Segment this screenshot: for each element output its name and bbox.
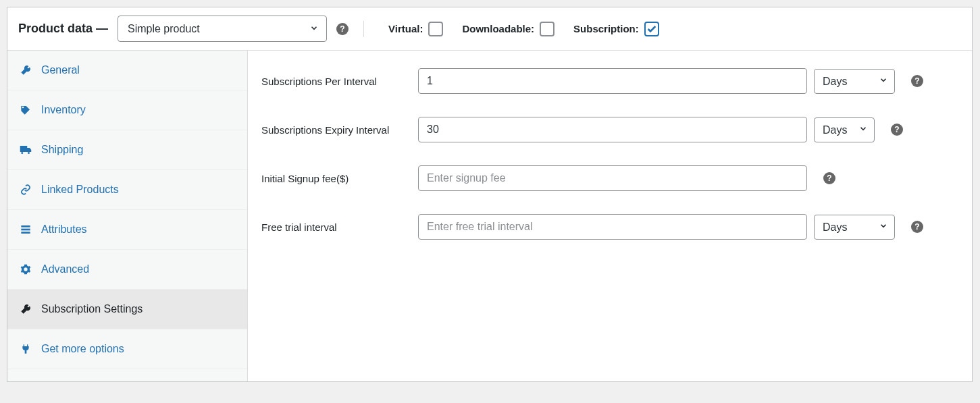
tab-inventory[interactable]: Inventory [7,90,247,130]
truck-icon [20,145,32,155]
wrench-icon [20,304,32,315]
subscription-label: Subscription: [573,23,639,34]
field-label: Subscriptions Expiry Interval [261,124,411,136]
tab-subscription-settings[interactable]: Subscription Settings [7,290,247,329]
divider [363,21,364,37]
per-interval-unit-wrap: Days [814,69,895,94]
panel-title: Product data — [18,22,108,36]
plug-icon [20,344,32,354]
field-subscriptions-expiry-interval: Subscriptions Expiry Interval Days ? [261,117,958,142]
tab-label: Get more options [41,343,124,355]
tab-content: Subscriptions Per Interval Days ? Subscr… [248,51,972,381]
free-trial-unit-select[interactable]: Days [814,215,895,240]
field-label: Initial Signup fee($) [261,173,411,184]
tab-attributes[interactable]: Attributes [7,210,247,250]
product-type-select-wrap: Simple product [118,16,327,42]
tab-label: Shipping [41,144,83,156]
tab-advanced[interactable]: Advanced [7,250,247,290]
help-icon[interactable]: ? [336,23,349,35]
field-label: Subscriptions Per Interval [261,76,411,87]
help-icon[interactable]: ? [891,124,903,136]
tab-label: Linked Products [41,184,119,196]
free-trial-input[interactable] [418,214,807,240]
tab-label: Subscription Settings [41,303,143,315]
field-free-trial-interval: Free trial interval Days ? [261,214,958,240]
downloadable-field: Downloadable: [462,22,555,36]
svg-rect-0 [21,225,30,227]
tab-label: General [41,64,80,76]
tab-label: Advanced [41,263,89,275]
virtual-checkbox[interactable] [428,22,443,36]
downloadable-checkbox[interactable] [540,22,555,36]
signup-fee-input[interactable] [418,165,807,191]
link-icon [20,184,32,195]
tag-icon [20,105,32,115]
list-icon [20,224,32,235]
field-subscriptions-per-interval: Subscriptions Per Interval Days ? [261,68,958,94]
virtual-label: Virtual: [388,23,423,34]
product-type-select[interactable]: Simple product [118,16,327,42]
field-initial-signup-fee: Initial Signup fee($) ? [261,165,958,191]
svg-rect-2 [21,232,30,234]
tabs: General Inventory Shipping Linked Produc… [7,51,248,381]
help-icon[interactable]: ? [911,221,923,233]
free-trial-unit-wrap: Days [814,215,895,240]
expiry-interval-unit-select[interactable]: Days [814,117,875,142]
tab-get-more-options[interactable]: Get more options [7,329,247,369]
panel-body: General Inventory Shipping Linked Produc… [7,51,972,381]
per-interval-input[interactable] [418,68,807,94]
subscription-field: Subscription: [573,22,659,36]
expiry-interval-input[interactable] [418,117,807,142]
tab-shipping[interactable]: Shipping [7,130,247,170]
expiry-interval-unit-wrap: Days [814,117,875,142]
product-data-panel: Product data — Simple product ? Virtual:… [7,7,973,382]
tab-label: Inventory [41,104,86,116]
tab-label: Attributes [41,223,87,236]
svg-rect-1 [21,229,30,231]
per-interval-unit-select[interactable]: Days [814,69,895,94]
subscription-checkbox[interactable] [644,22,659,36]
help-icon[interactable]: ? [911,75,923,87]
tab-linked[interactable]: Linked Products [7,170,247,210]
gear-icon [20,264,32,275]
panel-header: Product data — Simple product ? Virtual:… [7,7,972,51]
virtual-field: Virtual: [388,22,443,36]
wrench-icon [20,65,32,76]
downloadable-label: Downloadable: [462,23,534,34]
help-icon[interactable]: ? [823,172,835,184]
tab-general[interactable]: General [7,51,247,90]
field-label: Free trial interval [261,221,411,233]
